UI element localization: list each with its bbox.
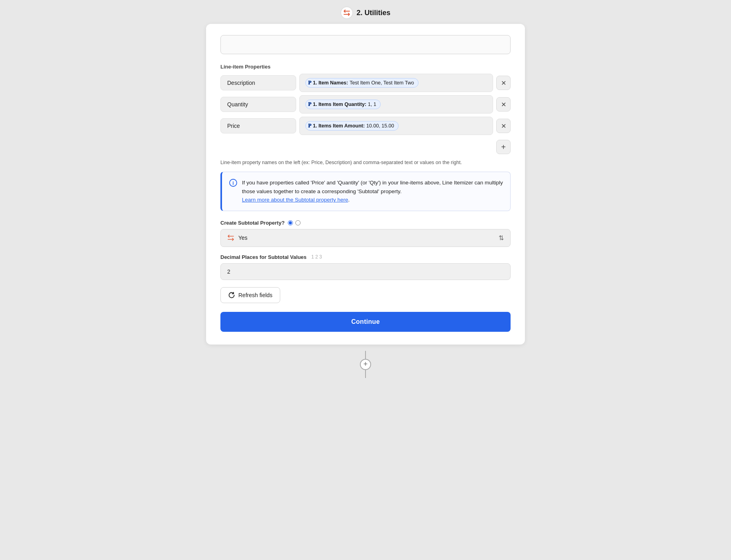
svg-text:i: i xyxy=(232,180,234,186)
select-arrows-icon: ⇅ xyxy=(499,234,504,242)
paypal-badge-description: 𝐏 1. Item Names: Test Item One, Test Ite… xyxy=(305,78,419,88)
top-input-area xyxy=(220,35,511,54)
decimal-row: Decimal Places for Subtotal Values 1 2 3 xyxy=(220,254,511,280)
remove-description-button[interactable]: ✕ xyxy=(496,76,511,90)
paypal-icon-2: 𝐏 xyxy=(308,101,311,108)
subtotal-label: Create Subtotal Property? xyxy=(220,220,511,226)
select-utilities-icon xyxy=(227,234,234,241)
info-box-text: If you have properties called 'Price' an… xyxy=(242,178,503,204)
hint-text: Line-item property names on the left (ex… xyxy=(220,160,511,165)
remove-price-button[interactable]: ✕ xyxy=(496,119,511,133)
continue-button[interactable]: Continue xyxy=(220,312,511,332)
subtotal-learn-more-link[interactable]: Learn more about the Subtotal property h… xyxy=(242,197,348,203)
continue-label: Continue xyxy=(351,318,380,325)
refresh-icon xyxy=(228,292,235,299)
paypal-badge-quantity: 𝐏 1. Items Item Quantity: 1, 1 xyxy=(305,100,381,109)
field-name-price: Price xyxy=(220,118,296,133)
paypal-icon: 𝐏 xyxy=(308,80,311,86)
section-label: Line-item Properties xyxy=(220,64,511,70)
field-value-description[interactable]: 𝐏 1. Item Names: Test Item One, Test Ite… xyxy=(299,74,493,92)
subtotal-radio-yes[interactable] xyxy=(288,220,293,225)
paypal-icon-3: 𝐏 xyxy=(308,123,311,129)
subtotal-select-value: Yes xyxy=(238,235,248,241)
create-subtotal-row: Create Subtotal Property? Yes ⇅ xyxy=(220,220,511,247)
field-value-quantity[interactable]: 𝐏 1. Items Item Quantity: 1, 1 xyxy=(299,95,493,114)
table-row: Quantity 𝐏 1. Items Item Quantity: 1, 1 … xyxy=(220,95,511,114)
decimal-input[interactable] xyxy=(220,263,511,280)
add-row-button[interactable]: + xyxy=(496,140,511,154)
refresh-fields-button[interactable]: Refresh fields xyxy=(220,287,280,303)
field-name-quantity: Quantity xyxy=(220,97,296,112)
refresh-fields-label: Refresh fields xyxy=(238,292,273,298)
remove-quantity-button[interactable]: ✕ xyxy=(496,97,511,112)
info-box: i If you have properties called 'Price' … xyxy=(220,172,511,211)
connector-line-bottom xyxy=(365,370,366,378)
table-row: Price 𝐏 1. Items Item Amount: 10.00, 15.… xyxy=(220,117,511,135)
table-row: Description 𝐏 1. Item Names: Test Item O… xyxy=(220,74,511,92)
field-value-price[interactable]: 𝐏 1. Items Item Amount: 10.00, 15.00 xyxy=(299,117,493,135)
subtotal-select[interactable]: Yes ⇅ xyxy=(220,229,511,247)
subtotal-radio-no[interactable] xyxy=(295,220,301,225)
decimal-numbers: 1 2 3 xyxy=(311,254,322,260)
paypal-badge-price: 𝐏 1. Items Item Amount: 10.00, 15.00 xyxy=(305,121,399,131)
connector-circle[interactable]: + xyxy=(360,359,371,370)
header-icon xyxy=(340,6,353,19)
main-card: Line-item Properties Description 𝐏 1. It… xyxy=(206,24,525,345)
page-title: 2. Utilities xyxy=(356,9,390,17)
page-header: 2. Utilities xyxy=(340,0,390,24)
bottom-connector: + xyxy=(360,351,371,378)
connector-line-top xyxy=(365,351,366,359)
subtotal-radio-group[interactable] xyxy=(288,220,301,225)
field-name-description: Description xyxy=(220,75,296,90)
decimal-label: Decimal Places for Subtotal Values 1 2 3 xyxy=(220,254,511,260)
line-item-rows: Description 𝐏 1. Item Names: Test Item O… xyxy=(220,74,511,135)
subtotal-select-wrapper: Yes ⇅ xyxy=(220,229,511,247)
info-icon: i xyxy=(229,179,237,204)
